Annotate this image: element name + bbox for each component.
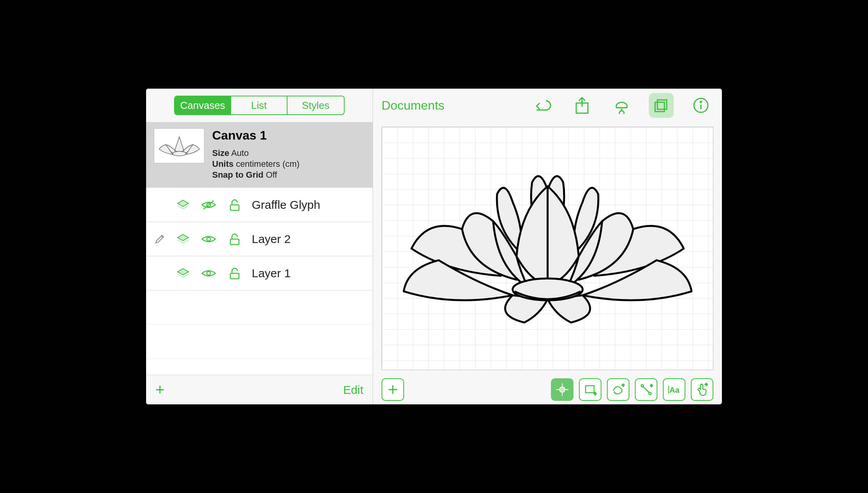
documents-button[interactable]: Documents [382, 98, 444, 113]
text-tool[interactable]: Aa [663, 378, 685, 401]
selection-tool[interactable] [551, 378, 573, 401]
edit-indicator-slot [154, 234, 166, 245]
tab-canvases[interactable]: Canvases [175, 96, 231, 114]
canvas-title: Canvas 1 [212, 128, 300, 143]
svg-rect-11 [230, 273, 239, 279]
layer-name: Layer 1 [252, 267, 291, 280]
visibility-visible-icon[interactable] [200, 231, 217, 247]
freehand-tool[interactable]: + [607, 378, 629, 401]
layer-name: Graffle Glyph [252, 198, 320, 212]
add-button[interactable]: + [155, 381, 164, 399]
svg-point-0 [173, 151, 186, 156]
svg-marker-6 [178, 234, 188, 241]
svg-text:+: + [622, 383, 625, 388]
lotus-thumbnail-icon [157, 132, 202, 159]
view-segmented-control: Canvases List Styles [174, 96, 345, 115]
visibility-hidden-icon[interactable] [200, 197, 217, 213]
svg-point-18 [701, 101, 702, 103]
layer-row[interactable]: Layer 1 [146, 256, 373, 290]
canvas-size-line: Size Auto [212, 148, 300, 158]
layer-stack-icon[interactable] [175, 197, 191, 213]
layer-stack-icon[interactable] [175, 231, 191, 247]
svg-rect-8 [230, 239, 239, 245]
svg-point-7 [207, 237, 211, 241]
svg-marker-9 [178, 269, 188, 275]
svg-point-22 [559, 387, 565, 392]
svg-text:+: + [650, 383, 653, 388]
lock-open-icon[interactable] [226, 231, 242, 247]
svg-text:Aa: Aa [669, 386, 680, 394]
main-footer: + + + Aa + [373, 375, 722, 404]
layer-stack-icon[interactable] [175, 265, 191, 281]
canvas-grid[interactable] [382, 127, 713, 370]
undo-icon[interactable] [530, 93, 555, 118]
visibility-visible-icon[interactable] [200, 265, 217, 281]
layer-row[interactable]: Layer 2 [146, 222, 373, 256]
svg-line-3 [204, 200, 214, 209]
info-icon[interactable] [688, 93, 713, 118]
empty-row [146, 290, 373, 325]
lock-open-icon[interactable] [226, 197, 242, 213]
svg-rect-14 [655, 102, 664, 112]
svg-rect-27 [586, 386, 594, 393]
sidebar-footer: + Edit [146, 375, 373, 404]
canvas-units-line: Units centimeters (cm) [212, 159, 300, 169]
sync-icon[interactable] [609, 93, 634, 118]
app-window: Canvases List Styles [145, 88, 723, 405]
tab-styles[interactable]: Styles [288, 96, 344, 114]
main-panel: Documents [373, 89, 722, 404]
layer-name: Layer 2 [252, 233, 291, 246]
add-shape-button[interactable] [382, 378, 404, 401]
svg-rect-15 [657, 100, 667, 109]
sidebar: Canvases List Styles [146, 89, 373, 404]
tab-list[interactable]: List [231, 96, 288, 114]
svg-line-31 [643, 386, 649, 393]
sidebar-header: Canvases List Styles [146, 89, 373, 122]
svg-rect-4 [230, 205, 239, 210]
canvases-panel-icon[interactable] [649, 93, 674, 118]
layer-row[interactable]: Graffle Glyph [146, 188, 373, 222]
svg-point-19 [512, 278, 582, 300]
canvas-meta: Canvas 1 Size Auto Units centimeters (cm… [212, 128, 300, 180]
rectangle-tool[interactable]: + [579, 378, 601, 401]
layer-list: Graffle Glyph Layer 2 [146, 188, 373, 375]
edit-button[interactable]: Edit [343, 383, 363, 397]
share-icon[interactable] [570, 93, 594, 118]
touch-tool[interactable]: + [691, 378, 713, 401]
lock-open-icon[interactable] [226, 265, 242, 281]
line-tool[interactable]: + [635, 378, 657, 401]
lotus-drawing[interactable] [392, 151, 703, 346]
canvas-card[interactable]: Canvas 1 Size Auto Units centimeters (cm… [146, 122, 373, 188]
svg-text:+: + [705, 382, 708, 387]
canvas-snap-line: Snap to Grid Off [212, 170, 300, 180]
svg-point-10 [207, 271, 211, 275]
svg-marker-1 [178, 200, 188, 206]
main-header: Documents [373, 89, 722, 122]
svg-point-32 [649, 392, 651, 395]
canvas-thumbnail [154, 128, 204, 163]
canvas-area [373, 122, 722, 375]
svg-text:+: + [594, 390, 597, 396]
pencil-icon [154, 234, 165, 245]
empty-row [146, 325, 373, 359]
